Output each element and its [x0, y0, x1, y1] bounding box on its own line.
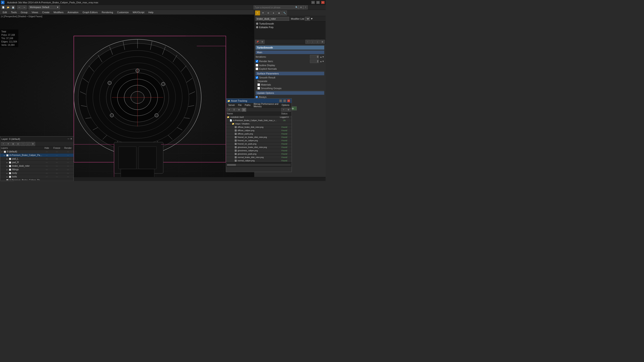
modifier-up-button[interactable]: ↑: [306, 40, 310, 44]
smooth-result-checkbox[interactable]: [256, 76, 258, 79]
asset-row-4[interactable]: 🖼 diffuse_caliper.png Found: [226, 129, 292, 132]
asset-dialog-close[interactable]: ✕: [287, 99, 290, 102]
close-button[interactable]: ✕: [321, 1, 325, 4]
iterations-arrows[interactable]: ▲▼: [320, 56, 324, 58]
menu-maxscript[interactable]: MAXScript: [131, 10, 146, 14]
hierarchy-icon[interactable]: ⊞: [266, 10, 271, 15]
dropdown-arrow[interactable]: ▼: [310, 17, 313, 20]
modifier-editable-poly[interactable]: Editable Poly: [255, 25, 325, 29]
at-help-button[interactable]: ?: [281, 108, 286, 112]
motion-icon[interactable]: ►: [271, 10, 276, 15]
asset-scrollbar[interactable]: [227, 164, 291, 166]
maximize-button[interactable]: □: [316, 1, 320, 4]
asset-row-13[interactable]: 🖼 normal_caliper.png Found: [226, 159, 292, 162]
at-menu-bitmap-perf[interactable]: Bitmap Performance and Memory: [252, 102, 280, 108]
asset-dialog-minimize[interactable]: ─: [279, 99, 282, 102]
object-name-input[interactable]: [256, 17, 289, 21]
layer-delete-button[interactable]: ✕: [6, 142, 10, 146]
search-options[interactable]: ⚙: [299, 5, 303, 9]
modifier-turbosmooth[interactable]: TurboSmooth: [255, 22, 325, 25]
open-button[interactable]: 📂: [6, 5, 10, 9]
utilities-icon[interactable]: 🔧: [282, 10, 287, 15]
render-iters-checkbox[interactable]: [256, 60, 258, 62]
materials-checkbox[interactable]: [258, 83, 260, 86]
at-refresh-button[interactable]: ↺: [227, 108, 232, 112]
layer-item-1[interactable]: ▶ ⬜ A-Premium_Brake_Caliper_Pads_Disk --…: [0, 153, 74, 157]
layer-item-2[interactable]: ▶ ⬜ pad_L --- --- ---: [0, 157, 74, 161]
at-detail-view-button[interactable]: ⊞: [237, 108, 241, 112]
at-menu-options[interactable]: Options: [280, 103, 291, 107]
pin-modifier-button[interactable]: 📌: [255, 40, 260, 44]
minimize-button[interactable]: ─: [311, 1, 315, 4]
asset-row-3[interactable]: 🖼 diffuse_brake_disk_rotor.png Found: [226, 126, 292, 129]
layer-item-3[interactable]: ▶ ⬜ pad_R --- --- ---: [0, 161, 74, 164]
menu-views[interactable]: Views: [30, 10, 40, 14]
modifier-end-button[interactable]: ⊞: [320, 40, 325, 44]
asset-row-5[interactable]: 🖼 diffuse_pads.png Found: [226, 132, 292, 136]
layer-item-6[interactable]: ▶ ⬜ body --- --- ---: [0, 171, 74, 175]
layer-add-button[interactable]: ⊞: [11, 142, 16, 146]
layer-select-button[interactable]: ⊡: [16, 142, 20, 146]
render-iters-arrows[interactable]: ▲▼: [320, 60, 324, 62]
menu-create[interactable]: Create: [40, 10, 51, 14]
isoline-checkbox[interactable]: [256, 64, 258, 67]
layer-move-up-button[interactable]: ↑: [21, 142, 25, 146]
asset-row-10[interactable]: 🖼 glossiness_caliper.png Found: [226, 149, 292, 152]
at-menu-paths[interactable]: Paths: [244, 103, 252, 107]
modifier-list-dropdown[interactable]: [305, 17, 310, 21]
menu-graph-editors[interactable]: Graph Editors: [81, 10, 100, 14]
search-input[interactable]: [254, 5, 294, 9]
redo-button[interactable]: ↪: [22, 5, 26, 9]
asset-row-2[interactable]: 📁 Maps / Shaders: [226, 122, 292, 126]
layer-new-button[interactable]: +: [1, 142, 6, 146]
layer-scrollbar[interactable]: [0, 180, 74, 181]
asset-dialog-maximize[interactable]: □: [283, 99, 286, 102]
layer-item-4[interactable]: ▶ ⬜ brake_dusk_rotor --- --- ---: [0, 164, 74, 168]
modify-icon[interactable]: ⚒: [260, 10, 266, 15]
asset-row-12[interactable]: 🖼 normal_brake_disk_rotor.png Found: [226, 156, 292, 159]
asset-row-7[interactable]: 🖼 fresnel_ior_caliper.png Found: [226, 139, 292, 142]
modifier-down-button[interactable]: ↓: [310, 40, 315, 44]
layer-scrollbar-thumb[interactable]: [1, 181, 14, 181]
display-icon[interactable]: ◉: [276, 10, 282, 15]
configure-modifier-button[interactable]: ⚙: [260, 40, 264, 44]
asset-row-6[interactable]: 🖼 fresnel_ior_brake_disk_rotor.png Found: [226, 136, 292, 139]
help-button[interactable]: ?: [303, 5, 308, 9]
asset-row-9[interactable]: 🖼 glossiness_brake_disk_rotor.png Found: [226, 146, 292, 149]
workspace-selector[interactable]: Workspace: Default ▼: [28, 5, 60, 9]
layer-minimize-button[interactable]: ─: [68, 137, 69, 140]
menu-rendering[interactable]: Rendering: [100, 10, 115, 14]
layer-item-5[interactable]: ▶ ⬜ fittings --- --- ---: [0, 168, 74, 171]
layer-item-7[interactable]: ▶ ⬜ bolts --- --- ---: [0, 175, 74, 179]
new-button[interactable]: 📄: [1, 5, 5, 9]
menu-tools[interactable]: Tools: [9, 10, 18, 14]
menu-customize[interactable]: Customize: [116, 10, 130, 14]
menu-help[interactable]: Help: [147, 10, 156, 14]
asset-scrollbar-thumb[interactable]: [227, 164, 236, 166]
layer-close-button[interactable]: ✕: [70, 137, 72, 140]
at-menu-file[interactable]: File: [236, 103, 243, 107]
search-button[interactable]: 🔍: [294, 5, 299, 9]
layer-item-0[interactable]: ✓ ⬜ 0 (default) --- --- ---: [0, 150, 74, 153]
create-icon[interactable]: +: [255, 10, 260, 15]
menu-edit[interactable]: Edit: [1, 10, 9, 14]
explicit-normals-checkbox[interactable]: [256, 67, 258, 70]
always-radio[interactable]: [256, 96, 258, 98]
save-button[interactable]: 💾: [11, 5, 15, 9]
at-list-view-button[interactable]: ☰: [232, 108, 236, 112]
iterations-input[interactable]: [310, 55, 319, 58]
layer-item-8[interactable]: ▶ ⬜ A-Premium_Brake_Caliper_Pads_Disk --…: [0, 179, 74, 180]
menu-modifiers[interactable]: Modifiers: [52, 10, 65, 14]
menu-animation[interactable]: Animation: [66, 10, 80, 14]
undo-button[interactable]: ↩: [17, 5, 22, 9]
at-settings-button[interactable]: ⚙: [286, 108, 291, 112]
render-iters-input[interactable]: [310, 59, 319, 63]
at-menu-server[interactable]: Server: [227, 103, 236, 107]
asset-row-1[interactable]: 📄 A-Premium_Brake_Caliper_Pads_Disk_max_…: [226, 119, 292, 122]
smoothing-groups-checkbox[interactable]: [258, 87, 260, 90]
asset-row-0[interactable]: 📁 Autodesk Vault Logged O: [226, 115, 292, 119]
menu-group[interactable]: Group: [19, 10, 30, 14]
asset-row-8[interactable]: 🖼 fresnel_ior_pads.png Found: [226, 142, 292, 146]
at-thumbnail-view-button[interactable]: ⊟: [242, 108, 246, 112]
asset-row-11[interactable]: 🖼 glossiness_pads.png Found: [226, 152, 292, 156]
